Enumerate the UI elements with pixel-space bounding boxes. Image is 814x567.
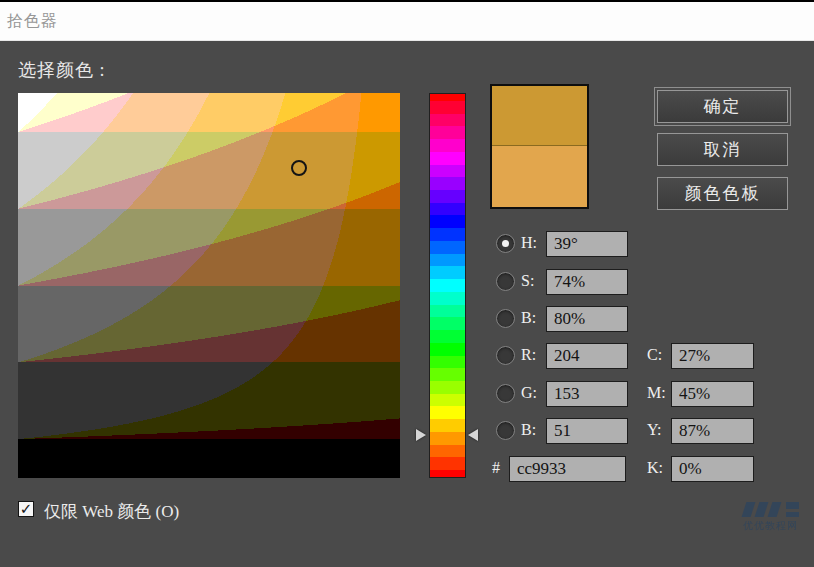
- r-label: R:: [521, 346, 536, 364]
- h-label: H:: [521, 234, 537, 252]
- c-input[interactable]: [671, 343, 754, 369]
- h-input[interactable]: [546, 231, 628, 257]
- radio-s[interactable]: [496, 272, 515, 291]
- color-field-marker[interactable]: [291, 160, 307, 176]
- watermark-logo-icon: [786, 512, 799, 517]
- color-field-canvas[interactable]: [18, 93, 400, 478]
- hex-label: #: [492, 459, 500, 477]
- radio-h[interactable]: [496, 234, 515, 253]
- new-color-swatch: [492, 86, 587, 146]
- color-libraries-button[interactable]: 颜色色板: [657, 177, 788, 210]
- web-only-checkbox[interactable]: ✓: [18, 501, 34, 517]
- k-input[interactable]: [671, 456, 754, 482]
- y-input[interactable]: [671, 418, 754, 444]
- dialog-title: 拾色器: [7, 11, 58, 32]
- hue-slider-left-handle[interactable]: [416, 429, 426, 441]
- b2-label: B:: [521, 421, 536, 439]
- title-bar: 拾色器: [0, 2, 814, 41]
- g-input[interactable]: [546, 381, 628, 407]
- m-input[interactable]: [671, 381, 754, 407]
- ok-button[interactable]: 确定: [657, 90, 788, 123]
- radio-g[interactable]: [496, 384, 515, 403]
- s-input[interactable]: [546, 269, 628, 295]
- watermark-logo-icon: [742, 502, 756, 517]
- select-color-label: 选择颜色 :: [18, 58, 106, 82]
- saturation-brightness-field[interactable]: [18, 93, 400, 478]
- web-only-label: 仅限 Web 颜色 (O): [44, 500, 179, 523]
- r-input[interactable]: [546, 343, 628, 369]
- m-label: M:: [647, 384, 666, 402]
- radio-b[interactable]: [496, 309, 515, 328]
- hue-slider[interactable]: [429, 93, 466, 478]
- color-swatch: [490, 84, 589, 209]
- k-label: K:: [647, 459, 663, 477]
- color-picker-dialog: 拾色器 选择颜色 : 确定 取消 颜色色板 H: S: B: R: G: B: …: [0, 0, 814, 567]
- current-color-swatch: [492, 146, 587, 207]
- b-input[interactable]: [546, 306, 628, 332]
- cancel-button[interactable]: 取消: [657, 133, 788, 166]
- c-label: C:: [647, 346, 662, 364]
- hex-input[interactable]: [509, 456, 626, 482]
- watermark-site-name: 优优教程网: [743, 519, 798, 533]
- g-label: G:: [521, 384, 537, 402]
- radio-b2[interactable]: [496, 421, 515, 440]
- s-label: S:: [521, 272, 534, 290]
- radio-r[interactable]: [496, 346, 515, 365]
- watermark-logo-icon: [786, 502, 799, 509]
- watermark-logo-icon: [755, 502, 769, 517]
- hue-slider-right-handle[interactable]: [468, 429, 478, 441]
- watermark-logo-icon: [768, 502, 782, 517]
- y-label: Y:: [647, 421, 662, 439]
- hue-strip-canvas[interactable]: [430, 94, 465, 477]
- watermark: 优优教程网: [742, 502, 812, 532]
- b-label: B:: [521, 309, 536, 327]
- b2-input[interactable]: [546, 418, 628, 444]
